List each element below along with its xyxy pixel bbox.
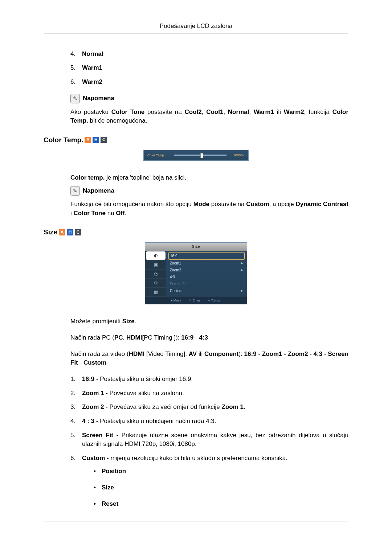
list-item: 1. 16:9 - Postavlja sliku u široki omjer…: [70, 375, 348, 384]
osd-sidebar-icon: ◐: [146, 251, 166, 260]
list-number: 5.: [70, 431, 75, 440]
list-number: 6.: [70, 454, 75, 463]
section-title-size: Size A H C: [44, 227, 348, 237]
note-label: Napomena: [83, 186, 114, 196]
osd-hint-enter: ⏎ Enter: [189, 298, 200, 303]
note-icon: ✎: [70, 94, 80, 103]
osd-color-temp-screenshot: Color Temp. 10000K: [143, 150, 249, 161]
osd-sidebar-icon: ▦: [145, 288, 166, 297]
chevron-right-icon: ▶: [241, 268, 243, 272]
custom-sublist: Position Size Reset: [94, 467, 348, 508]
osd-option: 4:3: [168, 274, 245, 280]
list-item: 4. Normal: [70, 50, 348, 59]
section-title-text: Color Temp.: [44, 135, 83, 145]
bullet-item: Reset: [94, 500, 348, 509]
osd-slider-handle: [200, 153, 203, 158]
list-item: 6. Warm2: [70, 78, 348, 87]
list-label: Normal: [82, 50, 103, 57]
mode-tag-a-icon: A: [85, 137, 91, 143]
note-text: Funkcija će biti omogućena nakon što opc…: [70, 200, 348, 218]
mode-tag-a-icon: A: [59, 229, 65, 235]
chevron-right-icon: ▶: [241, 261, 243, 266]
osd-slider-label: Color Temp.: [147, 153, 171, 158]
note-icon: ✎: [70, 186, 80, 196]
size-options-list: 1. 16:9 - Postavlja sliku u široki omjer…: [70, 375, 348, 508]
section-title-color-temp: Color Temp. A H C: [44, 135, 348, 145]
osd-menu-header: Size: [145, 243, 247, 251]
section-title-text: Size: [44, 227, 57, 237]
list-item: 6. Custom - mijenja rezoluciju kako bi b…: [70, 454, 348, 509]
list-label: Warm2: [82, 78, 102, 85]
bullet-item: Size: [94, 483, 348, 492]
osd-option: Screen Fit: [168, 280, 245, 287]
list-number: 3.: [70, 403, 75, 412]
osd-hint-move: ♦ Move: [171, 298, 181, 303]
mode-tag-h-icon: H: [93, 137, 99, 143]
bullet-item: Position: [94, 467, 348, 476]
osd-sidebar: ◐ ▣ ◔ ⚙ ▦: [145, 251, 166, 297]
list-number: 1.: [70, 375, 75, 384]
list-number: 6.: [70, 78, 75, 87]
size-mode-video: Način rada za video (HDMI [Video Timing]…: [70, 350, 348, 368]
list-number: 2.: [70, 389, 75, 398]
page-header: Podešavanje LCD zaslona: [44, 22, 348, 33]
osd-option-list: 16:9 Zoom1▶ Zoom2▶ 4:3 Screen Fit Custom…: [166, 251, 247, 297]
list-item: 3. Zoom 2 - Povećava sliku za veći omjer…: [70, 403, 348, 412]
osd-option: Zoom2▶: [168, 267, 245, 274]
osd-sidebar-icon: ⚙: [145, 279, 166, 288]
note-label: Napomena: [83, 94, 114, 103]
mode-tag-c-icon: C: [75, 229, 81, 235]
list-item: 5. Warm1: [70, 63, 348, 73]
footer-rule: [44, 521, 348, 521]
size-description: Možete promijeniti Size.: [70, 317, 348, 326]
chevron-right-icon: ▶: [241, 288, 243, 293]
list-item: 4. 4 : 3 - Postavlja sliku u uobičajeni …: [70, 417, 348, 426]
osd-slider-track: [174, 155, 226, 156]
note-text: Ako postavku Color Tone postavite na Coo…: [70, 108, 348, 126]
osd-slider-value: 10000K: [229, 153, 245, 158]
list-number: 4.: [70, 417, 75, 426]
note-heading: ✎ Napomena: [70, 94, 348, 103]
color-temp-description: Color temp. je mjera 'topline' boja na s…: [70, 173, 348, 182]
osd-menu-footer: ♦ Move ⏎ Enter ↩ Return: [145, 297, 247, 304]
mode-tag-h-icon: H: [67, 229, 73, 235]
osd-sidebar-icon: ◔: [145, 270, 166, 279]
osd-option: Custom▶: [168, 287, 245, 294]
list-number: 5.: [70, 63, 75, 73]
osd-sidebar-icon: ▣: [145, 260, 166, 270]
list-item: 2. Zoom 1 - Povećava sliku na zaslonu.: [70, 389, 348, 398]
list-number: 4.: [70, 50, 75, 59]
osd-hint-return: ↩ Return: [208, 298, 221, 303]
mode-tag-c-icon: C: [101, 137, 107, 143]
size-mode-pc: Način rada PC (PC, HDMI[PC Timing ]): 16…: [70, 333, 348, 342]
note-heading: ✎ Napomena: [70, 186, 348, 196]
osd-size-screenshot: Size ◐ ▣ ◔ ⚙ ▦ 16:9 Zoom1▶ Zoom2▶ 4:3 Sc…: [145, 242, 247, 305]
color-tone-list-continued: 4. Normal 5. Warm1 6. Warm2: [70, 50, 348, 87]
list-item: 5. Screen Fit - Prikazuje ulazne scene o…: [70, 431, 348, 449]
osd-option: Zoom1▶: [168, 260, 245, 267]
list-label: Warm1: [82, 64, 102, 71]
osd-option: 16:9: [168, 252, 245, 260]
